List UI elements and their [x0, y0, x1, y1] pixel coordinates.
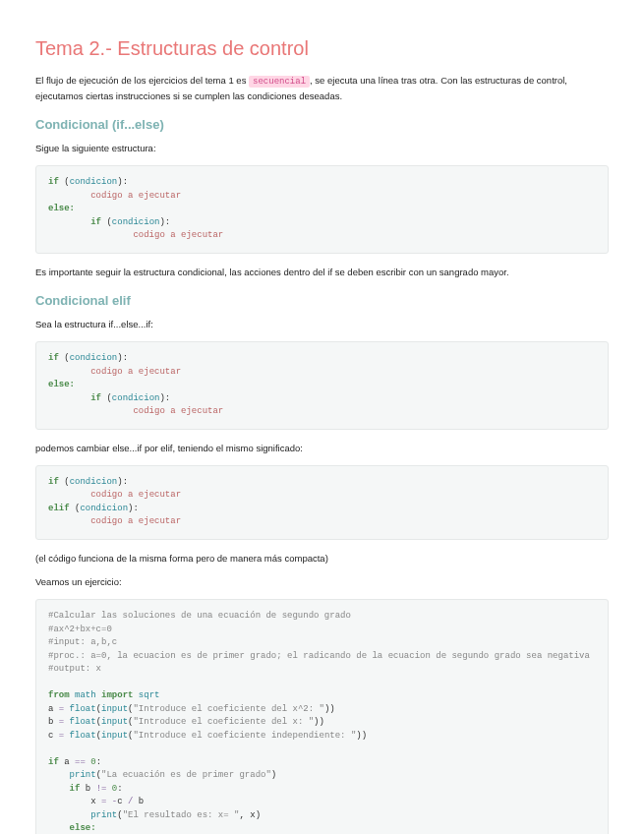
- p-compacta: (el código funciona de la misma forma pe…: [35, 552, 609, 566]
- p-cambiar: podemos cambiar else...if por elif, teni…: [35, 442, 609, 455]
- op-deq: ==: [70, 757, 91, 767]
- fn-input: input: [101, 717, 128, 727]
- intro-text-a: El flujo de ejecución de los ejercicios …: [35, 75, 249, 86]
- codigo: codigo a ejecutar: [133, 406, 223, 416]
- condicion: condicion: [112, 393, 160, 403]
- kw-if: if: [48, 353, 59, 363]
- rpp: ): [329, 704, 334, 714]
- kw-if: if: [48, 757, 59, 767]
- comment: #proc.: a=0, la ecuacion es de primer gr…: [48, 651, 590, 661]
- comma: ,: [239, 810, 250, 820]
- codigo: codigo a ejecutar: [90, 516, 181, 526]
- str: "Introduce el coeficiente independiente:…: [133, 731, 356, 741]
- page-title: Tema 2.- Estructuras de control: [35, 37, 609, 60]
- fn-float: float: [70, 704, 96, 714]
- condicion: condicion: [70, 177, 118, 187]
- str: "La ecuación es de primer grado": [101, 770, 271, 780]
- rpp: ): [362, 731, 367, 741]
- condicion: condicion: [70, 477, 118, 487]
- code-block-ifelseif: if (condicion): codigo a ejecutar else: …: [35, 341, 609, 430]
- p-veamos: Veamos un ejercicio:: [35, 575, 609, 589]
- kw-from: from: [48, 690, 70, 700]
- p-importante: Es importante seguir la estructura condi…: [35, 266, 609, 279]
- fn-float: float: [70, 731, 96, 741]
- op-eq: =: [53, 731, 69, 741]
- codigo: codigo a ejecutar: [90, 191, 181, 201]
- rp: ):: [128, 504, 139, 513]
- kw-if: if: [48, 177, 59, 187]
- p-sigue: Sigue la siguiente estructura:: [35, 142, 609, 155]
- code-block-ejercicio: #Calcular las soluciones de una ecuación…: [35, 599, 609, 834]
- kw-import: import: [101, 690, 133, 700]
- op-div: /: [123, 797, 139, 806]
- rp: ):: [117, 177, 128, 187]
- kw-else: else:: [48, 204, 75, 213]
- rp: ):: [159, 393, 170, 403]
- kw-else: else:: [48, 380, 75, 389]
- p-sea: Sea la estructura if...else...if:: [35, 318, 609, 331]
- heading-elif: Condicional elif: [35, 293, 609, 308]
- kw-if: if: [90, 217, 101, 227]
- mod-math: math: [75, 690, 96, 700]
- rp: ):: [117, 477, 128, 487]
- comment: #output: x: [48, 664, 101, 674]
- kw-elif: elif: [48, 504, 70, 513]
- str: "El resultado es: x= ": [123, 810, 240, 820]
- heading-condicional: Condicional (if...else): [35, 117, 609, 132]
- op-eq: =: [53, 717, 69, 727]
- rp: ):: [117, 353, 128, 363]
- rpp: ): [320, 717, 324, 727]
- fn-print: print: [90, 810, 117, 820]
- rpp: ): [271, 770, 276, 780]
- rp: ):: [159, 217, 170, 227]
- colon: :: [96, 757, 101, 767]
- op-ne: !=: [90, 784, 112, 794]
- fn-float: float: [70, 717, 96, 727]
- kw-if: if: [48, 477, 59, 487]
- kw-if: if: [90, 393, 101, 403]
- str: "Introduce el coeficiente del x: ": [133, 717, 314, 727]
- code-block-elif: if (condicion): codigo a ejecutar elif (…: [35, 465, 609, 540]
- op-eq: =: [96, 797, 112, 806]
- kw-if: if: [70, 784, 81, 794]
- comment: #Calcular las soluciones de una ecuación…: [48, 611, 351, 621]
- codigo: codigo a ejecutar: [90, 367, 181, 377]
- code-block-ifelse: if (condicion): codigo a ejecutar else: …: [35, 165, 609, 254]
- codigo: codigo a ejecutar: [133, 230, 223, 240]
- op-eq: =: [53, 704, 69, 714]
- intro-paragraph: El flujo de ejecución de los ejercicios …: [35, 74, 609, 103]
- comment: #input: a,b,c: [48, 637, 117, 647]
- fn-print: print: [70, 770, 96, 780]
- str: "Introduce el coeficiente del x^2: ": [133, 704, 323, 714]
- highlight-secuencial: secuencial: [249, 76, 310, 88]
- fn-input: input: [101, 704, 128, 714]
- codigo: codigo a ejecutar: [90, 490, 181, 500]
- var-b: b: [139, 797, 144, 806]
- fn-input: input: [101, 731, 128, 741]
- comment: #ax^2+bx+c=0: [48, 625, 112, 634]
- condicion: condicion: [112, 217, 160, 227]
- condicion: condicion: [80, 504, 128, 513]
- kw-else: else:: [70, 823, 96, 833]
- colon: :: [117, 784, 122, 794]
- condicion: condicion: [70, 353, 118, 363]
- fn-sqrt: sqrt: [139, 690, 160, 700]
- rpp: ): [256, 810, 261, 820]
